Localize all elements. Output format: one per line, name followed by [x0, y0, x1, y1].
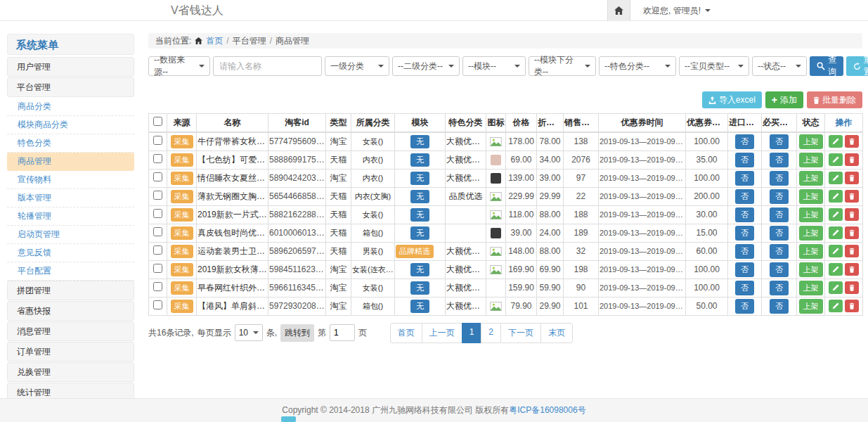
- filter-select-module[interactable]: --模块--: [462, 56, 526, 76]
- edit-button[interactable]: [829, 190, 843, 203]
- status-button[interactable]: 上架: [799, 153, 823, 167]
- filter-select-category-level1[interactable]: 一级分类: [325, 56, 389, 76]
- row-checkbox[interactable]: [153, 209, 162, 218]
- import-select-toggle[interactable]: 否: [735, 244, 754, 259]
- sidebar-item-7[interactable]: 版本管理: [7, 189, 134, 207]
- delete-button[interactable]: [845, 208, 859, 221]
- home-button[interactable]: [607, 0, 630, 21]
- status-button[interactable]: 上架: [799, 299, 823, 314]
- edit-button[interactable]: [829, 300, 843, 312]
- import-select-toggle[interactable]: 否: [735, 299, 754, 314]
- filter-select-data-source[interactable]: --数据来源--: [148, 56, 210, 76]
- import-select-toggle[interactable]: 否: [735, 281, 754, 295]
- delete-button[interactable]: [845, 226, 859, 239]
- edit-button[interactable]: [829, 208, 843, 221]
- must-buy-toggle[interactable]: 否: [770, 189, 789, 204]
- edit-button[interactable]: [829, 226, 843, 239]
- import-select-toggle[interactable]: 否: [735, 262, 754, 277]
- pager-next[interactable]: 下一页: [500, 323, 541, 343]
- row-checkbox[interactable]: [153, 172, 162, 181]
- sidebar-item-9[interactable]: 启动页管理: [7, 226, 134, 244]
- status-button[interactable]: 上架: [799, 244, 823, 259]
- reset-button[interactable]: 重置: [846, 56, 868, 76]
- batch-delete-button[interactable]: 批量删除: [807, 91, 862, 108]
- pager-page-1[interactable]: 1: [462, 323, 482, 343]
- row-checkbox[interactable]: [153, 227, 162, 236]
- import-excel-button[interactable]: 导入excel: [702, 91, 762, 108]
- delete-button[interactable]: [845, 300, 859, 312]
- sidebar-item-16[interactable]: 兑换管理: [7, 362, 134, 382]
- delete-button[interactable]: [845, 153, 859, 166]
- edit-button[interactable]: [829, 263, 843, 276]
- status-button[interactable]: 上架: [799, 226, 823, 241]
- row-checkbox[interactable]: [153, 136, 162, 145]
- sidebar-item-6[interactable]: 宣传物料: [7, 171, 134, 189]
- jump-button[interactable]: 跳转到: [280, 324, 314, 342]
- sidebar-item-17[interactable]: 统计管理: [7, 383, 134, 398]
- delete-button[interactable]: [845, 135, 859, 148]
- status-button[interactable]: 上架: [799, 134, 823, 149]
- sidebar-item-15[interactable]: 订单管理: [7, 342, 134, 362]
- sidebar-item-8[interactable]: 轮播管理: [7, 207, 134, 226]
- must-buy-toggle[interactable]: 否: [770, 244, 789, 259]
- edit-button[interactable]: [829, 135, 843, 148]
- import-select-toggle[interactable]: 否: [735, 171, 754, 186]
- row-checkbox[interactable]: [153, 264, 162, 273]
- must-buy-toggle[interactable]: 否: [770, 134, 789, 149]
- select-all-checkbox[interactable]: [153, 117, 162, 126]
- filter-select-item-type[interactable]: --宝贝类型--: [679, 56, 749, 76]
- edit-button[interactable]: [829, 281, 843, 294]
- delete-button[interactable]: [845, 245, 859, 257]
- delete-button[interactable]: [845, 190, 859, 203]
- must-buy-toggle[interactable]: 否: [770, 281, 789, 295]
- sidebar-item-13[interactable]: 省惠快报: [7, 301, 134, 321]
- filter-select-feature-category[interactable]: --特色分类--: [599, 56, 676, 76]
- import-select-toggle[interactable]: 否: [735, 134, 754, 149]
- sidebar-item-10[interactable]: 意见反馈: [7, 244, 134, 262]
- pager-page-2[interactable]: 2: [481, 323, 501, 343]
- row-checkbox[interactable]: [153, 300, 162, 309]
- pager-first[interactable]: 首页: [390, 323, 422, 343]
- sidebar-item-0[interactable]: 用户管理: [7, 57, 134, 77]
- delete-button[interactable]: [845, 281, 859, 294]
- row-checkbox[interactable]: [153, 191, 162, 200]
- row-checkbox[interactable]: [153, 154, 162, 163]
- row-checkbox[interactable]: [153, 245, 162, 255]
- pager-last[interactable]: 末页: [540, 323, 573, 343]
- must-buy-toggle[interactable]: 否: [770, 207, 789, 222]
- pager-prev[interactable]: 上一页: [422, 323, 462, 343]
- status-button[interactable]: 上架: [799, 281, 823, 295]
- status-button[interactable]: 上架: [799, 262, 823, 277]
- sidebar-item-12[interactable]: 拼团管理: [7, 281, 134, 300]
- sidebar-item-11[interactable]: 平台配置: [7, 262, 134, 281]
- status-button[interactable]: 上架: [799, 171, 823, 186]
- sidebar-item-3[interactable]: 模块商品分类: [7, 116, 134, 134]
- must-buy-toggle[interactable]: 否: [770, 299, 789, 314]
- import-select-toggle[interactable]: 否: [735, 207, 754, 222]
- must-buy-toggle[interactable]: 否: [770, 171, 789, 186]
- status-button[interactable]: 上架: [799, 207, 823, 222]
- must-buy-toggle[interactable]: 否: [770, 226, 789, 241]
- edit-button[interactable]: [829, 245, 843, 257]
- add-button[interactable]: + 添加: [765, 91, 803, 108]
- import-select-toggle[interactable]: 否: [735, 226, 754, 241]
- page-size-select[interactable]: 10: [235, 324, 263, 341]
- delete-button[interactable]: [845, 172, 859, 184]
- filter-select-category-level2[interactable]: --二级分类--: [392, 56, 460, 76]
- icp-link[interactable]: 粤ICP备16098006号: [509, 404, 585, 416]
- import-select-toggle[interactable]: 否: [735, 153, 754, 167]
- search-button[interactable]: 查询: [810, 56, 843, 76]
- status-button[interactable]: 上架: [799, 189, 823, 204]
- row-checkbox[interactable]: [153, 282, 162, 291]
- edit-button[interactable]: [829, 172, 843, 184]
- sidebar-item-2[interactable]: 商品分类: [7, 98, 134, 116]
- import-select-toggle[interactable]: 否: [735, 189, 754, 204]
- sidebar-item-4[interactable]: 特色分类: [7, 134, 134, 153]
- jump-page-input[interactable]: [330, 324, 355, 341]
- filter-select-status[interactable]: --状态--: [752, 56, 807, 76]
- user-menu[interactable]: 欢迎您, 管理员!: [643, 5, 711, 17]
- filter-select-module-subcategory[interactable]: --模块下分类--: [529, 56, 596, 76]
- must-buy-toggle[interactable]: 否: [770, 262, 789, 277]
- sidebar-item-5[interactable]: 商品管理: [7, 153, 134, 171]
- sidebar-item-14[interactable]: 消息管理: [7, 321, 134, 341]
